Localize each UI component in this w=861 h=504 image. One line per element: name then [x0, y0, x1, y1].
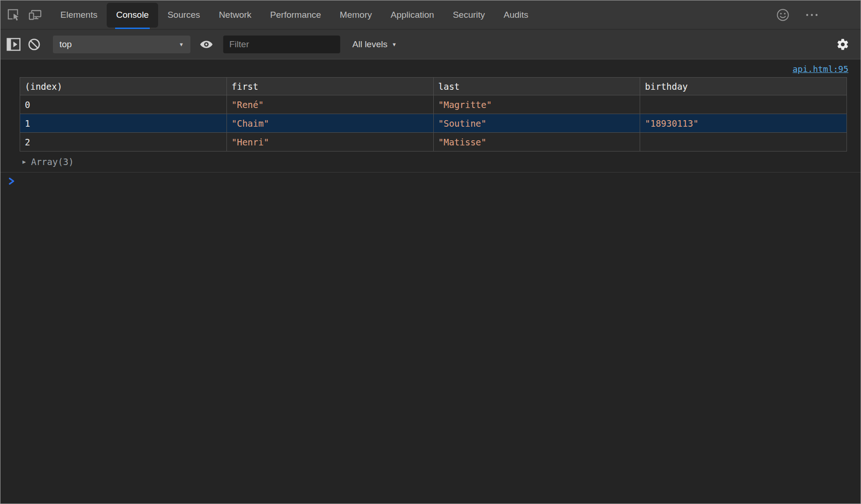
tab-console[interactable]: Console: [107, 0, 158, 29]
tabbar-left-icons: [0, 0, 51, 29]
array-toggle[interactable]: ▶ Array(3): [0, 151, 861, 172]
execution-context-selector[interactable]: top ▼: [53, 36, 190, 53]
table-row[interactable]: 2 "Henri" "Matisse": [20, 133, 847, 151]
column-header-first: first: [226, 78, 433, 95]
devtools-window: Elements Console Sources Network Perform…: [0, 0, 861, 504]
chevron-down-icon: ▼: [392, 42, 397, 47]
live-expression-eye-icon[interactable]: [198, 36, 215, 53]
prompt-chevron-icon: [8, 177, 15, 185]
log-level-label: All levels: [352, 39, 387, 50]
clear-console-icon[interactable]: [26, 36, 43, 53]
tab-memory[interactable]: Memory: [330, 0, 381, 29]
console-sidebar-icon[interactable]: [5, 36, 22, 53]
tab-security[interactable]: Security: [444, 0, 495, 29]
device-toolbar-icon[interactable]: [27, 7, 44, 23]
tabbar-right-icons: [774, 0, 861, 29]
disclosure-triangle-icon: ▶: [22, 158, 26, 165]
console-toolbar: top ▼ All levels ▼: [0, 29, 861, 59]
inspect-element-icon[interactable]: [5, 7, 22, 23]
source-link[interactable]: api.html:95: [793, 64, 848, 74]
table-row[interactable]: 1 "Chaim" "Soutine" "18930113": [20, 114, 847, 133]
console-panel: api.html:95 (index) first last birthday …: [0, 59, 861, 504]
filter-input[interactable]: [223, 36, 340, 53]
source-link-row: api.html:95: [0, 59, 861, 77]
panel-tabs: Elements Console Sources Network Perform…: [51, 0, 538, 29]
tab-application[interactable]: Application: [381, 0, 444, 29]
column-header-index: (index): [20, 78, 227, 95]
tab-audits[interactable]: Audits: [494, 0, 538, 29]
tab-elements[interactable]: Elements: [51, 0, 107, 29]
tab-network[interactable]: Network: [210, 0, 261, 29]
table-row[interactable]: 0 "René" "Magritte": [20, 95, 847, 114]
tab-sources[interactable]: Sources: [158, 0, 210, 29]
log-level-selector[interactable]: All levels ▼: [352, 39, 397, 50]
console-message: api.html:95 (index) first last birthday …: [0, 59, 861, 172]
column-header-birthday: birthday: [640, 78, 847, 95]
devtools-tabbar: Elements Console Sources Network Perform…: [0, 0, 861, 29]
console-table: (index) first last birthday 0 "René" "Ma…: [20, 77, 847, 151]
table-header-row: (index) first last birthday: [20, 78, 847, 95]
execution-context-value: top: [59, 39, 72, 50]
feedback-smiley-icon[interactable]: [774, 7, 791, 23]
console-prompt[interactable]: [0, 172, 861, 190]
gear-icon[interactable]: [834, 36, 851, 53]
tab-performance[interactable]: Performance: [261, 0, 330, 29]
more-options-icon[interactable]: [803, 7, 820, 23]
array-summary: Array(3): [31, 157, 74, 167]
chevron-down-icon: ▼: [179, 42, 184, 47]
column-header-last: last: [433, 78, 640, 95]
